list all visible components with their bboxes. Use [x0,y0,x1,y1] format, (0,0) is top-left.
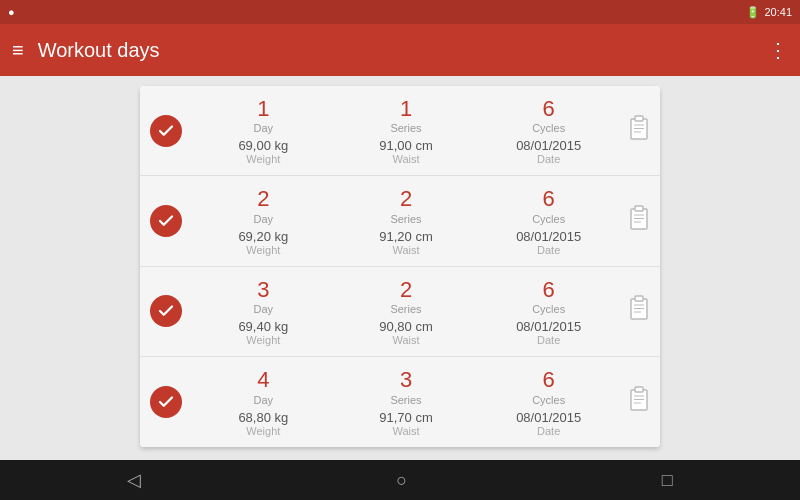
cycles-value: 6 [543,367,555,393]
check-circle-3[interactable] [150,295,182,327]
day-value: 3 [257,277,269,303]
weight-label: Weight [246,334,280,346]
toolbar-left: ≡ Workout days [12,39,160,62]
day-value: 2 [257,186,269,212]
waist-value: 91,00 cm [379,138,432,153]
table-row: 2 Day 69,20 kg Weight 2 Series 91,20 cm … [140,176,660,266]
weight-label: Weight [246,425,280,437]
svg-rect-16 [635,387,643,392]
status-bar-left: ● [8,6,15,18]
clock: 20:41 [764,6,792,18]
back-button[interactable]: ◁ [127,469,141,491]
date-label: Date [537,153,560,165]
series-label: Series [390,213,421,225]
day-col-2: 2 Day 69,20 kg Weight [192,186,335,255]
battery-icon: 🔋 [746,6,760,19]
table-row: 3 Day 69,40 kg Weight 2 Series 90,80 cm … [140,267,660,357]
day-label: Day [254,303,274,315]
row-cols-1: 1 Day 69,00 kg Weight 1 Series 91,00 cm … [192,96,620,165]
series-value: 2 [400,186,412,212]
row-cols-2: 2 Day 69,20 kg Weight 2 Series 91,20 cm … [192,186,620,255]
series-col-1: 1 Series 91,00 cm Waist [335,96,478,165]
more-options-button[interactable]: ⋮ [768,38,788,62]
nav-bar: ◁ ○ □ [0,460,800,500]
check-circle-2[interactable] [150,205,182,237]
day-label: Day [254,213,274,225]
cycles-label: Cycles [532,213,565,225]
clipboard-icon-2[interactable] [628,205,650,237]
weight-label: Weight [246,244,280,256]
day-col-3: 3 Day 69,40 kg Weight [192,277,335,346]
waist-value: 91,70 cm [379,410,432,425]
cycles-label: Cycles [532,394,565,406]
date-label: Date [537,334,560,346]
series-value: 2 [400,277,412,303]
cycles-label: Cycles [532,303,565,315]
waist-label: Waist [392,425,419,437]
day-label: Day [254,394,274,406]
date-label: Date [537,244,560,256]
menu-button[interactable]: ≡ [12,39,24,62]
waist-label: Waist [392,153,419,165]
signal-icon: ● [8,6,15,18]
series-label: Series [390,122,421,134]
date-value: 08/01/2015 [516,229,581,244]
cycles-label: Cycles [532,122,565,134]
series-col-4: 3 Series 91,70 cm Waist [335,367,478,436]
status-bar: ● 🔋 20:41 [0,0,800,24]
main-content: 1 Day 69,00 kg Weight 1 Series 91,00 cm … [0,76,800,460]
home-button[interactable]: ○ [396,470,407,491]
day-value: 4 [257,367,269,393]
cycles-value: 6 [543,186,555,212]
table-row: 1 Day 69,00 kg Weight 1 Series 91,00 cm … [140,86,660,176]
series-label: Series [390,303,421,315]
cycles-col-1: 6 Cycles 08/01/2015 Date [477,96,620,165]
weight-value: 68,80 kg [238,410,288,425]
waist-label: Waist [392,244,419,256]
series-label: Series [390,394,421,406]
series-value: 1 [400,96,412,122]
page-title: Workout days [38,39,160,62]
day-label: Day [254,122,274,134]
cycles-value: 6 [543,96,555,122]
cycles-col-4: 6 Cycles 08/01/2015 Date [477,367,620,436]
clipboard-icon-1[interactable] [628,115,650,147]
weight-value: 69,20 kg [238,229,288,244]
svg-rect-11 [635,296,643,301]
weight-label: Weight [246,153,280,165]
date-value: 08/01/2015 [516,319,581,334]
cycles-value: 6 [543,277,555,303]
series-col-2: 2 Series 91,20 cm Waist [335,186,478,255]
date-value: 08/01/2015 [516,138,581,153]
cycles-col-3: 6 Cycles 08/01/2015 Date [477,277,620,346]
table-row: 4 Day 68,80 kg Weight 3 Series 91,70 cm … [140,357,660,446]
cycles-col-2: 6 Cycles 08/01/2015 Date [477,186,620,255]
clipboard-icon-4[interactable] [628,386,650,418]
svg-rect-1 [635,116,643,121]
waist-value: 91,20 cm [379,229,432,244]
status-bar-right: 🔋 20:41 [746,6,792,19]
recents-button[interactable]: □ [662,470,673,491]
date-label: Date [537,425,560,437]
weight-value: 69,40 kg [238,319,288,334]
toolbar: ≡ Workout days ⋮ [0,24,800,76]
check-circle-4[interactable] [150,386,182,418]
date-value: 08/01/2015 [516,410,581,425]
row-cols-3: 3 Day 69,40 kg Weight 2 Series 90,80 cm … [192,277,620,346]
workout-card: 1 Day 69,00 kg Weight 1 Series 91,00 cm … [140,86,660,447]
waist-value: 90,80 cm [379,319,432,334]
series-value: 3 [400,367,412,393]
svg-rect-6 [635,206,643,211]
day-value: 1 [257,96,269,122]
waist-label: Waist [392,334,419,346]
check-circle-1[interactable] [150,115,182,147]
day-col-4: 4 Day 68,80 kg Weight [192,367,335,436]
day-col-1: 1 Day 69,00 kg Weight [192,96,335,165]
row-cols-4: 4 Day 68,80 kg Weight 3 Series 91,70 cm … [192,367,620,436]
clipboard-icon-3[interactable] [628,295,650,327]
weight-value: 69,00 kg [238,138,288,153]
series-col-3: 2 Series 90,80 cm Waist [335,277,478,346]
